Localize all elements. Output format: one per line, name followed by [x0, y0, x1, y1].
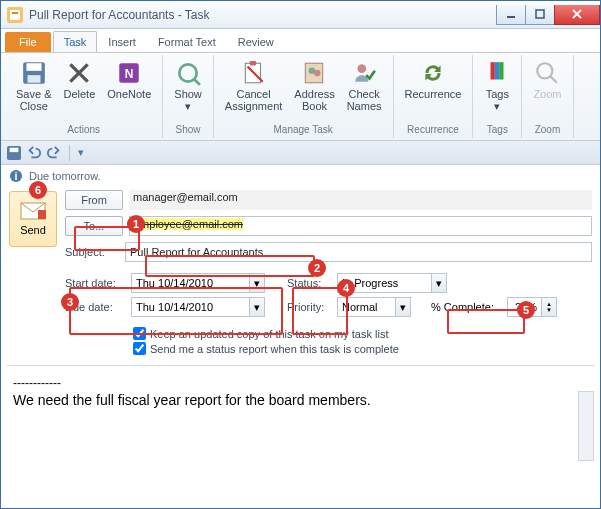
svg-rect-25 — [500, 62, 504, 79]
svg-point-26 — [538, 63, 553, 78]
svg-rect-23 — [491, 62, 495, 79]
start-date-label: Start date: — [65, 277, 125, 289]
subject-field[interactable] — [125, 242, 592, 262]
tab-review[interactable]: Review — [227, 31, 285, 52]
spinner-icon[interactable]: ▲▼ — [541, 297, 557, 317]
cancel-assignment-button[interactable]: CancelAssignment — [220, 57, 287, 115]
chevron-down-icon[interactable]: ▾ — [249, 297, 265, 317]
maximize-button[interactable] — [525, 5, 555, 25]
delete-button[interactable]: Delete — [58, 57, 100, 103]
svg-text:N: N — [125, 67, 134, 81]
tab-format-text[interactable]: Format Text — [147, 31, 227, 52]
recurrence-button[interactable]: Recurrence — [400, 57, 467, 103]
app-icon — [7, 7, 23, 23]
ribbon-tabs: File Task Insert Format Text Review — [1, 29, 600, 53]
svg-line-27 — [551, 76, 558, 83]
status-field[interactable]: ▾ — [337, 273, 447, 293]
title-bar: Pull Report for Accountants - Task — [1, 1, 600, 29]
save-icon[interactable] — [7, 146, 21, 160]
envelope-icon — [20, 202, 46, 220]
chevron-down-icon[interactable]: ▾ — [395, 297, 411, 317]
onenote-button[interactable]: NOneNote — [102, 57, 156, 103]
status-report-checkbox[interactable] — [133, 342, 146, 355]
due-date-label: Due date: — [65, 301, 125, 313]
svg-rect-24 — [495, 62, 499, 79]
zoom-button: Zoom — [528, 57, 566, 103]
svg-rect-4 — [536, 10, 544, 18]
info-text: Due tomorrow. — [29, 170, 101, 182]
svg-point-21 — [314, 70, 321, 77]
info-icon: i — [9, 169, 23, 183]
svg-point-14 — [179, 64, 196, 81]
due-date-field[interactable]: ▾ — [131, 297, 265, 317]
to-field[interactable]: employee@email.com — [129, 216, 592, 236]
to-button[interactable]: To... — [65, 216, 123, 236]
info-bar: i Due tomorrow. — [1, 165, 600, 187]
pct-complete-label: % Complete: — [431, 301, 501, 313]
svg-line-15 — [195, 80, 200, 85]
minimize-button[interactable] — [496, 5, 526, 25]
svg-point-22 — [358, 64, 367, 73]
send-button[interactable]: Send — [9, 191, 57, 247]
tab-insert[interactable]: Insert — [97, 31, 147, 52]
window: Pull Report for Accountants - Task File … — [0, 0, 601, 509]
status-label: Status: — [287, 277, 331, 289]
address-book-button[interactable]: AddressBook — [289, 57, 339, 115]
subject-label: Subject: — [65, 246, 125, 258]
svg-rect-1 — [10, 10, 20, 20]
task-body[interactable]: ------------ We need the full fiscal yea… — [7, 365, 594, 465]
chevron-down-icon[interactable]: ▾ — [431, 273, 447, 293]
from-button[interactable]: From — [65, 190, 123, 210]
svg-rect-9 — [27, 75, 40, 83]
from-value: manager@email.com — [129, 190, 592, 210]
ribbon: Save &Close Delete NOneNote Actions Show… — [1, 53, 600, 141]
show-button[interactable]: Show▾ — [169, 57, 207, 115]
status-report-label: Send me a status report when this task i… — [150, 343, 399, 355]
redo-icon[interactable] — [47, 146, 61, 160]
check-names-button[interactable]: CheckNames — [342, 57, 387, 115]
keep-copy-label: Keep an updated copy of this task on my … — [150, 328, 388, 340]
svg-rect-33 — [38, 210, 46, 219]
tab-file[interactable]: File — [5, 32, 51, 52]
save-close-button[interactable]: Save &Close — [11, 57, 56, 115]
quick-access-toolbar: ▾ — [1, 141, 600, 165]
tags-button[interactable]: Tags▾ — [479, 57, 515, 115]
task-form: Send From manager@email.com To... employ… — [1, 187, 600, 359]
keep-copy-checkbox[interactable] — [133, 327, 146, 340]
start-date-field[interactable]: ▾ — [131, 273, 265, 293]
window-title: Pull Report for Accountants - Task — [29, 8, 497, 22]
svg-rect-17 — [249, 61, 256, 65]
svg-rect-8 — [26, 63, 41, 71]
close-button[interactable] — [554, 5, 600, 25]
svg-rect-29 — [10, 147, 19, 151]
priority-label: Priority: — [287, 301, 331, 313]
pct-complete-field[interactable]: ▲▼ — [507, 297, 557, 317]
svg-rect-2 — [12, 12, 18, 14]
qat-dropdown-icon[interactable]: ▾ — [78, 146, 84, 159]
undo-icon[interactable] — [27, 146, 41, 160]
chevron-down-icon[interactable]: ▾ — [249, 273, 265, 293]
svg-text:i: i — [14, 170, 17, 182]
priority-field[interactable]: ▾ — [337, 297, 411, 317]
tab-task[interactable]: Task — [53, 31, 98, 52]
scrollbar[interactable] — [578, 391, 594, 461]
